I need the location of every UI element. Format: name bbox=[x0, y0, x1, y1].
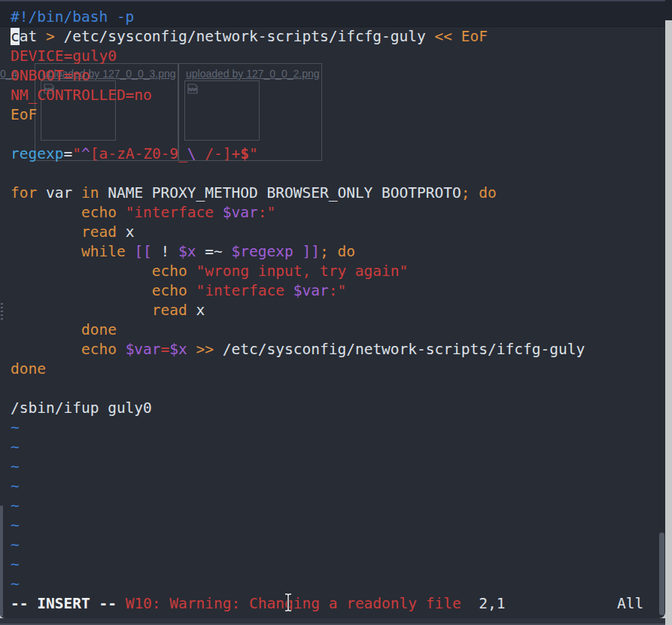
code-line: while [[ ! $x =~ $regexp ]]; do bbox=[11, 242, 585, 262]
code-line: ~ bbox=[11, 575, 585, 594]
right-scrollbar-thumb[interactable] bbox=[659, 532, 664, 615]
text-cursor-pointer bbox=[283, 593, 293, 612]
code-line: echo "interface $var:" bbox=[11, 203, 585, 223]
code-line: cat > /etc/sysconfig/network-scripts/ifc… bbox=[11, 27, 585, 47]
code-line: EoF bbox=[11, 105, 585, 125]
code-line: ~ bbox=[11, 477, 585, 496]
code-line: done bbox=[11, 320, 585, 340]
scroll-position-indicator: All bbox=[617, 594, 643, 614]
page-top-right-corner bbox=[665, 0, 672, 20]
code-line: /sbin/ifup guly0 bbox=[11, 399, 585, 418]
code-line bbox=[11, 164, 585, 184]
code-line: DEVICE=guly0 bbox=[11, 47, 585, 66]
code-line: for var in NAME PROXY_METHOD BROWSER_ONL… bbox=[11, 184, 585, 203]
code-line: ~ bbox=[11, 535, 585, 555]
vim-status-line: -- INSERT -- W10: Warning: Changing a re… bbox=[11, 594, 505, 614]
panel-bottom-edge bbox=[0, 618, 665, 623]
vim-editor-panel: 0_4 uploaded by 127_0_0_3.png uploaded b… bbox=[0, 0, 665, 618]
code-line bbox=[11, 379, 585, 399]
code-line: ONBOOT=no bbox=[11, 66, 585, 86]
code-line: ~ bbox=[11, 457, 585, 477]
code-line: ~ bbox=[11, 516, 585, 535]
code-line: done bbox=[11, 360, 585, 379]
code-line bbox=[11, 125, 585, 144]
code-buffer[interactable]: #!/bin/bash -pcat > /etc/sysconfig/netwo… bbox=[11, 8, 585, 594]
code-line: read x bbox=[11, 301, 585, 320]
code-line: echo $var=$x >> /etc/sysconfig/network-s… bbox=[11, 340, 585, 360]
page-background-strip bbox=[665, 20, 672, 625]
code-line: regexp="^[a-zA-Z0-9_\ /-]+$" bbox=[11, 144, 585, 164]
code-line: echo "wrong input, try again" bbox=[11, 262, 585, 281]
code-line: ~ bbox=[11, 418, 585, 438]
code-line: #!/bin/bash -p bbox=[11, 8, 585, 27]
code-line: ~ bbox=[11, 496, 585, 516]
code-line: read x bbox=[11, 223, 585, 242]
code-line: ~ bbox=[11, 555, 585, 575]
code-line: echo "interface $var:" bbox=[11, 281, 585, 301]
drag-handle-dots[interactable] bbox=[1, 303, 3, 320]
code-line: NM_CONTROLLED=no bbox=[11, 86, 585, 105]
code-line: ~ bbox=[11, 438, 585, 457]
left-scrollbar-thumb[interactable] bbox=[0, 505, 3, 617]
